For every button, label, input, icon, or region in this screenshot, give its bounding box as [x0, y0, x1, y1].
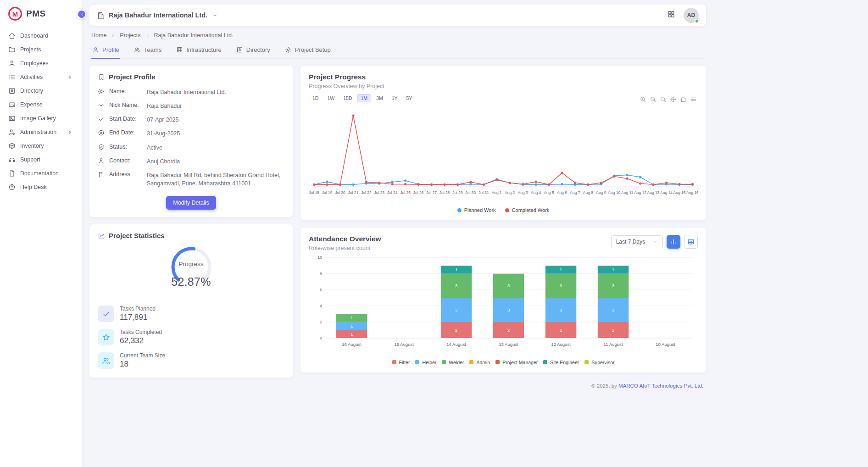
sidebar-item-dashboard[interactable]: Dashboard	[0, 29, 82, 43]
zoom-in-icon[interactable]	[640, 96, 646, 103]
legend-item-welder[interactable]: Welder	[442, 360, 464, 365]
contact-icon	[98, 157, 105, 164]
svg-text:1: 1	[351, 323, 353, 328]
sidebar-item-image-gallery[interactable]: Image Gallery	[0, 111, 82, 125]
svg-text:Aug 13: Aug 13	[647, 190, 660, 195]
directory-icon	[8, 87, 16, 95]
legend-item-helper[interactable]: Helper	[415, 360, 436, 365]
attendance-chart[interactable]: 024681011116 August15 August233114 Augus…	[309, 252, 698, 359]
company-link[interactable]: MARCO AIoT Technologies Pvt. Ltd.	[618, 383, 703, 389]
profile-field-address: Address:Raja Bahadur Mill Rd, behind She…	[98, 168, 284, 190]
svg-text:Aug 5: Aug 5	[544, 190, 554, 195]
logo[interactable]: M PMS	[0, 0, 82, 27]
svg-text:Aug 8: Aug 8	[583, 190, 593, 195]
address-icon	[98, 171, 105, 178]
avatar[interactable]: AD	[684, 8, 699, 23]
reset-axes-icon[interactable]	[680, 96, 687, 103]
image-gallery-icon	[8, 115, 16, 122]
breadcrumb-projects[interactable]: Projects	[120, 32, 140, 39]
administration-icon	[8, 128, 16, 136]
legend-item-site-engineer[interactable]: Site Engineer	[543, 360, 579, 365]
range-button-3m[interactable]: 3M	[373, 94, 387, 102]
table-view-button[interactable]	[684, 235, 698, 249]
breadcrumb-home[interactable]: Home	[91, 32, 106, 39]
profile-field-start-date: Start Date:07-Apr-2025	[98, 113, 284, 127]
zoom-icon[interactable]	[660, 96, 667, 103]
svg-text:Jul 26: Jul 26	[413, 190, 424, 195]
zoom-out-icon[interactable]	[650, 96, 657, 103]
legend-item-fitter[interactable]: Fitter	[392, 360, 410, 365]
chart-toolbar	[640, 96, 697, 103]
gauge-label: Progress	[155, 261, 228, 267]
field-value: Raja Bahadur Mill Rd, behind Sheraton Gr…	[147, 171, 284, 188]
field-label: Start Date:	[109, 116, 142, 122]
svg-text:Aug 15: Aug 15	[673, 190, 686, 195]
modify-details-button[interactable]: Modify Details	[166, 196, 216, 210]
card-subtitle: Role-wise present count	[309, 245, 381, 251]
sidebar-item-activities[interactable]: Activities	[0, 70, 82, 84]
online-status-dot	[695, 19, 699, 23]
sidebar-item-inventory[interactable]: Inventory	[0, 139, 82, 153]
legend-item-admin[interactable]: Admin	[469, 360, 490, 365]
svg-text:Aug 6: Aug 6	[557, 190, 567, 195]
legend-item-completed-work[interactable]: Completed Work	[505, 207, 550, 213]
sidebar-item-employees[interactable]: Employees	[0, 56, 82, 70]
chart-menu-icon[interactable]	[690, 96, 697, 103]
legend-item-planned-work[interactable]: Planned Work	[457, 207, 496, 213]
range-button-1d[interactable]: 1D	[309, 94, 322, 102]
sidebar-item-label: Expense	[20, 101, 43, 108]
svg-text:4: 4	[320, 304, 322, 308]
tab-profile[interactable]: Profile	[91, 43, 120, 59]
tab-infrastructure[interactable]: Infrastructure	[175, 43, 223, 59]
sidebar-collapse-button[interactable]	[77, 10, 86, 19]
range-button-1y[interactable]: 1Y	[388, 94, 401, 102]
svg-text:2: 2	[560, 328, 562, 333]
progress-chart[interactable]: Jul 18Jul 19Jul 20Jul 21Jul 22Jul 23Jul …	[309, 103, 698, 207]
documentation-icon	[8, 170, 16, 177]
sidebar-nav: Dashboard Projects Employees Activities …	[0, 27, 82, 199]
profile-tab-icon	[92, 46, 99, 53]
svg-text:Jul 19: Jul 19	[322, 190, 333, 195]
sidebar-item-projects[interactable]: Projects	[0, 43, 82, 56]
range-button-15d[interactable]: 15D	[339, 94, 356, 102]
svg-text:13 August: 13 August	[499, 342, 518, 347]
date-range-select[interactable]: Last 7 Days	[611, 235, 663, 248]
tab-directory[interactable]: Directory	[235, 43, 271, 59]
svg-text:3: 3	[612, 307, 614, 312]
tab-project-setup[interactable]: Project Setup	[284, 43, 332, 59]
project-statistics-card: Project Statistics Progress 52.87% Tasks…	[89, 224, 293, 378]
copyright-text: © 2025, by	[591, 383, 618, 389]
logo-icon: M	[8, 7, 22, 21]
stat-value: 117,891	[120, 313, 156, 322]
legend-item-supervisor[interactable]: Supervisor	[584, 360, 614, 365]
svg-text:1: 1	[455, 267, 457, 272]
range-button-1w[interactable]: 1W	[323, 94, 338, 102]
range-button-5y[interactable]: 5Y	[402, 94, 416, 102]
sidebar-item-help-desk[interactable]: Help Desk	[0, 180, 82, 194]
legend-item-project-manager[interactable]: Project Manager	[495, 360, 538, 365]
svg-text:Aug 11: Aug 11	[621, 190, 634, 195]
profile-field-end-date: End Date:31-Aug-2025	[98, 127, 284, 140]
range-button-1m[interactable]: 1M	[357, 94, 371, 102]
stat-value: 18	[120, 360, 165, 369]
tab-bar: Profile Teams Infrastructure Directory P…	[91, 43, 704, 59]
end-date-icon	[98, 129, 105, 136]
sidebar-item-administration[interactable]: Administration	[0, 125, 82, 139]
sidebar-item-expense[interactable]: Expense	[0, 98, 82, 111]
sidebar-item-support[interactable]: Support	[0, 153, 82, 167]
sidebar-item-directory[interactable]: Directory	[0, 84, 82, 98]
company-selector[interactable]: Raja Bahadur International Ltd.	[97, 11, 218, 19]
pan-icon[interactable]	[670, 96, 677, 103]
field-label: Status:	[109, 144, 142, 150]
chart-view-button[interactable]	[667, 235, 680, 249]
chevron-right-icon	[110, 33, 116, 39]
tab-teams[interactable]: Teams	[133, 43, 162, 59]
svg-text:Jul 23: Jul 23	[374, 190, 385, 195]
chevron-left-icon	[79, 12, 84, 17]
svg-text:Jul 27: Jul 27	[426, 190, 437, 195]
field-value: Raja Bahadur International Ltd.	[147, 88, 284, 96]
apps-menu-button[interactable]	[667, 10, 675, 20]
sidebar-item-documentation[interactable]: Documentation	[0, 167, 82, 180]
svg-text:Jul 20: Jul 20	[335, 190, 345, 195]
svg-text:10: 10	[317, 256, 322, 260]
